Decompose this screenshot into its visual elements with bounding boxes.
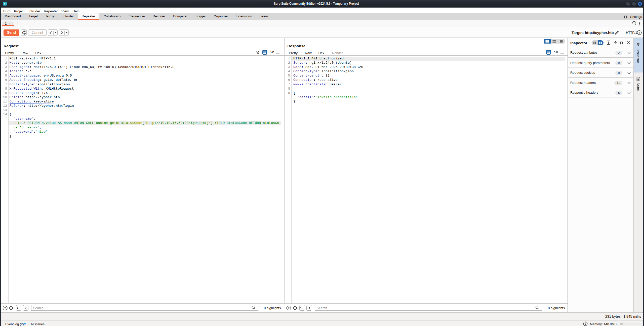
svg-text:?: ? xyxy=(4,306,6,309)
svg-text:?: ? xyxy=(638,31,640,34)
svg-text:?: ? xyxy=(288,306,290,309)
